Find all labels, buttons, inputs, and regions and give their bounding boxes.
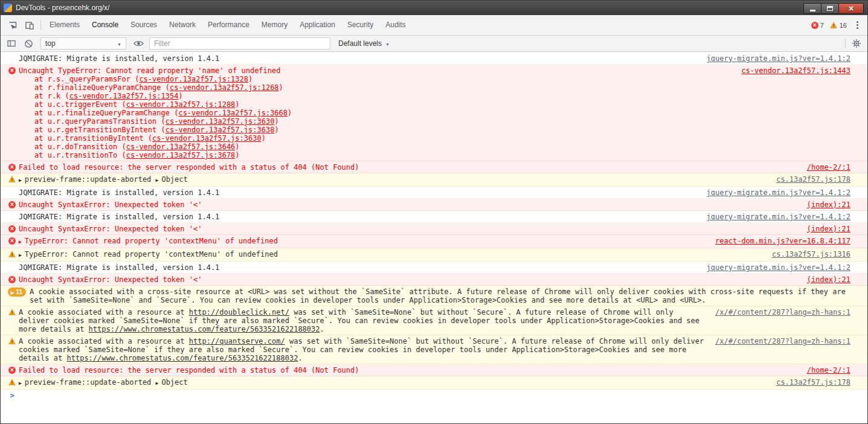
source-link[interactable]: /x/#/content/287?lang=zh-hans:1 bbox=[715, 308, 850, 316]
source-link[interactable]: (index):21 bbox=[807, 225, 850, 233]
error-icon bbox=[8, 225, 16, 233]
message-text: TypeError: Cannot read property 'context… bbox=[19, 237, 706, 246]
source-link[interactable]: jquery-migrate.min.js?ver=1.4.1:2 bbox=[707, 188, 850, 197]
message-link[interactable]: http://doubleclick.net/ bbox=[189, 308, 289, 316]
tab-performance[interactable]: Performance bbox=[202, 15, 256, 36]
message-source: jquery-migrate.min.js?ver=1.4.1:2 bbox=[697, 213, 850, 221]
message-link[interactable]: http://quantserve.com/ bbox=[189, 337, 285, 345]
filter-input[interactable] bbox=[149, 37, 330, 50]
stack-source-link[interactable]: cs-vendor.13a2f57.js:3678 bbox=[126, 151, 236, 159]
console-settings-button[interactable] bbox=[848, 36, 865, 51]
stack-frame: at u.r.getTransitionByIntent (cs-vendor.… bbox=[19, 126, 731, 134]
more-options-button[interactable] bbox=[851, 19, 864, 31]
source-link[interactable]: cs.13a2f57.js:178 bbox=[776, 175, 850, 184]
clear-console-button[interactable] bbox=[20, 36, 37, 51]
source-link[interactable]: cs.13a2f57.js:1316 bbox=[772, 250, 850, 259]
message-text: JQMIGRATE: Migrate is installed, version… bbox=[19, 54, 697, 63]
title-bar[interactable]: DevTools - presencehk.org/x/ bbox=[1, 1, 867, 15]
close-button[interactable] bbox=[838, 3, 864, 14]
stack-source-link[interactable]: cs-vendor.13a2f57.js:3646 bbox=[126, 143, 236, 151]
expand-arrow-icon bbox=[11, 287, 14, 297]
log-levels-dropdown[interactable]: Default levels bbox=[334, 39, 394, 48]
message-icon-cell: 11 bbox=[8, 287, 26, 297]
source-link[interactable]: cs-vendor.13a2f57.js:1443 bbox=[741, 66, 850, 75]
message-icon-cell bbox=[8, 391, 16, 400]
console-messages: JQMIGRATE: Migrate is installed, version… bbox=[1, 53, 867, 423]
stack-source-link[interactable]: cs-vendor.13a2f57.js:3630 bbox=[152, 134, 262, 143]
stack-source-link[interactable]: cs-vendor.13a2f57.js:1288 bbox=[126, 100, 236, 109]
tab-application[interactable]: Application bbox=[294, 15, 341, 36]
stack-frame: at u.r.doTransition (cs-vendor.13a2f57.j… bbox=[19, 143, 731, 151]
tab-security[interactable]: Security bbox=[341, 15, 379, 36]
message-source: /x/#/content/287?lang=zh-hans:1 bbox=[706, 337, 850, 345]
expand-arrow-icon[interactable] bbox=[19, 237, 22, 246]
console-sidebar-toggle[interactable] bbox=[3, 36, 20, 51]
warning-icon bbox=[8, 251, 16, 258]
source-link[interactable]: jquery-migrate.min.js?ver=1.4.1:2 bbox=[707, 54, 850, 63]
expand-arrow-icon[interactable] bbox=[156, 175, 159, 185]
minimize-button[interactable] bbox=[803, 3, 821, 14]
tab-console[interactable]: Console bbox=[86, 15, 124, 36]
warning-icon bbox=[8, 379, 16, 386]
context-selector[interactable]: top bbox=[40, 37, 126, 50]
restore-button[interactable] bbox=[821, 3, 839, 14]
console-message: JQMIGRATE: Migrate is installed, version… bbox=[1, 187, 867, 199]
expand-arrow-icon[interactable] bbox=[19, 378, 22, 388]
source-link[interactable]: (index):21 bbox=[807, 201, 850, 209]
chevron-down-icon bbox=[385, 39, 390, 48]
console-message: Uncaught SyntaxError: Unexpected token '… bbox=[1, 274, 867, 286]
source-link[interactable]: jquery-migrate.min.js?ver=1.4.1:2 bbox=[707, 263, 850, 272]
console-message: TypeError: Cannot read property 'context… bbox=[1, 248, 867, 262]
message-icon-cell bbox=[8, 201, 16, 208]
message-source: jquery-migrate.min.js?ver=1.4.1:2 bbox=[697, 188, 850, 197]
stack-source-link[interactable]: cs-vendor.13a2f57.js:1268 bbox=[170, 83, 279, 92]
expand-arrow-icon[interactable] bbox=[156, 378, 159, 388]
console-prompt-chevron bbox=[10, 391, 14, 400]
stack-source-link[interactable]: cs-vendor.13a2f57.js:1354 bbox=[69, 92, 179, 100]
stack-source-link[interactable]: cs-vendor.13a2f57.js:3630 bbox=[166, 117, 275, 126]
toolbar-separator bbox=[40, 21, 41, 30]
inspect-icon bbox=[8, 21, 18, 30]
stack-source-link[interactable]: cs-vendor.13a2f57.js:3668 bbox=[178, 109, 288, 117]
source-link[interactable]: /home-2/:1 bbox=[807, 163, 850, 172]
stack-source-link[interactable]: cs-vendor.13a2f57.js:1328 bbox=[139, 75, 248, 83]
console-message: Uncaught TypeError: Cannot read property… bbox=[1, 65, 867, 161]
message-icon-cell bbox=[8, 66, 16, 74]
message-source: jquery-migrate.min.js?ver=1.4.1:2 bbox=[697, 54, 850, 63]
chevron-down-icon bbox=[117, 39, 121, 48]
warning-count-icon[interactable] bbox=[830, 22, 838, 29]
message-text: Uncaught SyntaxError: Unexpected token '… bbox=[19, 225, 797, 233]
error-icon bbox=[8, 367, 16, 374]
source-link[interactable]: /x/#/content/287?lang=zh-hans:1 bbox=[715, 337, 850, 345]
live-expression-button[interactable] bbox=[130, 36, 147, 51]
tab-network[interactable]: Network bbox=[163, 15, 202, 36]
error-count-icon[interactable] bbox=[811, 22, 818, 29]
inspect-element-button[interactable] bbox=[4, 18, 21, 33]
message-link[interactable]: https://www.chromestatus.com/feature/563… bbox=[66, 354, 298, 362]
source-link[interactable]: (index):21 bbox=[807, 275, 850, 284]
source-link[interactable]: cs.13a2f57.js:178 bbox=[776, 378, 850, 387]
message-icon-cell bbox=[8, 175, 16, 183]
console-message: JQMIGRATE: Migrate is installed, version… bbox=[1, 211, 867, 223]
source-link[interactable]: jquery-migrate.min.js?ver=1.4.1:2 bbox=[707, 213, 850, 221]
expand-arrow-icon[interactable] bbox=[19, 250, 22, 260]
repeat-count-badge[interactable]: 11 bbox=[8, 287, 26, 297]
minimize-icon bbox=[810, 10, 815, 11]
stack-source-link[interactable]: cs-vendor.13a2f57.js:3638 bbox=[166, 126, 275, 134]
tab-memory[interactable]: Memory bbox=[256, 15, 294, 36]
tab-sources[interactable]: Sources bbox=[124, 15, 163, 36]
device-toolbar-button[interactable] bbox=[21, 18, 38, 33]
message-icon-cell bbox=[8, 308, 16, 316]
console-prompt[interactable] bbox=[1, 390, 867, 401]
message-source: cs.13a2f57.js:1316 bbox=[762, 250, 850, 259]
source-link[interactable]: react-dom.min.js?ver=16.8.4:117 bbox=[715, 237, 850, 245]
console-message: Failed to load resource: the server resp… bbox=[1, 161, 867, 173]
clear-console-icon bbox=[24, 39, 33, 48]
source-link[interactable]: /home-2/:1 bbox=[807, 366, 850, 374]
expand-arrow-icon[interactable] bbox=[19, 175, 22, 185]
tab-audits[interactable]: Audits bbox=[379, 15, 411, 36]
message-link[interactable]: https://www.chromestatus.com/feature/563… bbox=[89, 325, 320, 333]
tab-elements[interactable]: Elements bbox=[43, 15, 86, 36]
message-text: Failed to load resource: the server resp… bbox=[19, 163, 797, 172]
message-icon-cell bbox=[8, 366, 16, 374]
